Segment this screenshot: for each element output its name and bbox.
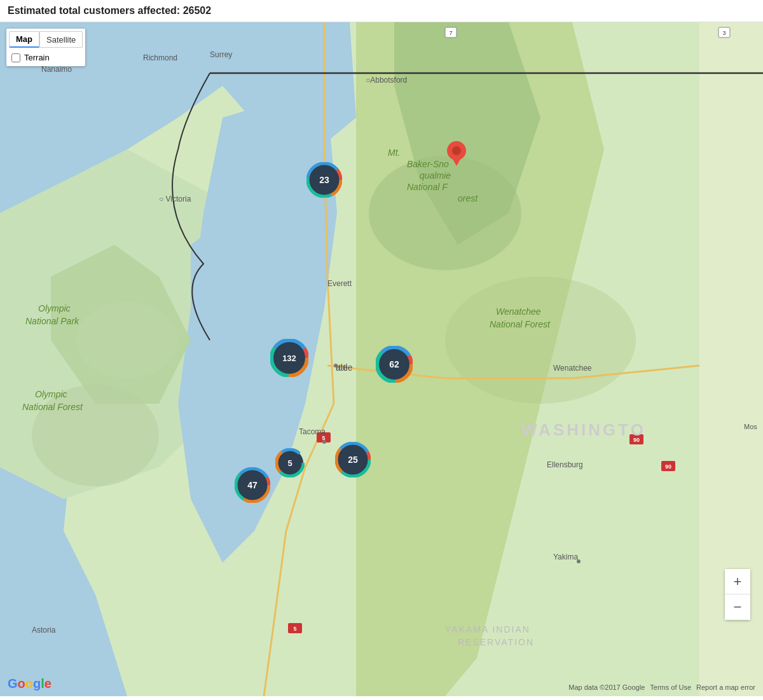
- report-error-link[interactable]: Report a map error: [696, 683, 755, 691]
- svg-point-14: [445, 277, 636, 404]
- cluster-5[interactable]: 5: [275, 448, 305, 480]
- map-attribution: Map data ©2017 Google Terms of Use Repor…: [568, 683, 755, 691]
- svg-text:Mt.: Mt.: [388, 148, 400, 158]
- svg-text:National Forest: National Forest: [22, 402, 83, 412]
- svg-text:RESERVATION: RESERVATION: [458, 637, 534, 647]
- svg-text:5: 5: [287, 458, 292, 468]
- svg-text:YAKAMA INDIAN: YAKAMA INDIAN: [445, 624, 530, 635]
- svg-text:Olympic: Olympic: [35, 389, 67, 399]
- svg-text:orest: orest: [458, 193, 478, 203]
- svg-text:132: 132: [282, 353, 296, 363]
- svg-text:Everett: Everett: [327, 279, 352, 288]
- svg-text:3: 3: [722, 30, 725, 36]
- terrain-label: Terrain: [24, 53, 50, 62]
- svg-text:Ellensburg: Ellensburg: [547, 460, 583, 469]
- svg-text:attle: attle: [336, 362, 353, 373]
- svg-text:7: 7: [449, 30, 452, 36]
- terrain-checkbox-input[interactable]: [11, 53, 20, 62]
- svg-text:25: 25: [348, 455, 358, 465]
- svg-text:62: 62: [389, 359, 399, 369]
- svg-text:Baker-Sno: Baker-Sno: [407, 159, 449, 169]
- zoom-controls: + −: [725, 569, 750, 620]
- svg-text:Olympic: Olympic: [38, 303, 71, 313]
- svg-text:Richmond: Richmond: [143, 53, 177, 62]
- svg-text:qualmie: qualmie: [420, 170, 451, 181]
- terms-link[interactable]: Terms of Use: [650, 683, 691, 691]
- svg-text:Tacoma: Tacoma: [299, 427, 326, 436]
- cluster-132[interactable]: 132: [270, 339, 308, 380]
- svg-text:90: 90: [665, 463, 671, 470]
- svg-marker-116: [451, 157, 462, 166]
- svg-text:National F: National F: [407, 182, 448, 192]
- terrain-checkbox-label[interactable]: Terrain: [9, 51, 83, 64]
- svg-text:○ Victoria: ○ Victoria: [159, 195, 191, 203]
- svg-text:47: 47: [247, 480, 258, 490]
- svg-text:Wenatchee: Wenatchee: [496, 306, 541, 317]
- svg-point-11: [76, 302, 178, 378]
- svg-text:○Abbotsford: ○Abbotsford: [366, 76, 407, 85]
- svg-text:National Park: National Park: [25, 316, 79, 326]
- page-header: Estimated total customers affected: 2650…: [0, 0, 763, 22]
- svg-text:Yakima: Yakima: [553, 552, 578, 561]
- svg-text:Nanaimo: Nanaimo: [41, 65, 72, 74]
- svg-point-115: [452, 146, 461, 155]
- google-logo-text: G: [8, 676, 18, 691]
- satellite-button[interactable]: Satellite: [39, 31, 83, 48]
- cluster-47[interactable]: 47: [235, 467, 270, 505]
- customer-count: 26502: [183, 5, 212, 16]
- map-type-buttons: Map Satellite: [9, 31, 83, 48]
- location-pin[interactable]: [446, 141, 467, 168]
- cluster-25[interactable]: 25: [335, 442, 371, 480]
- header-text: Estimated total customers affected:: [8, 5, 183, 16]
- svg-text:Wenatchee: Wenatchee: [553, 364, 592, 373]
- map-container: 5 5 90 90 7 3 Nanaimo Richmond Surrey ○A…: [0, 22, 763, 696]
- svg-point-66: [577, 559, 581, 563]
- svg-text:Mos: Mos: [744, 423, 757, 430]
- map-data-text: Map data ©2017 Google: [568, 683, 645, 691]
- map-type-control: Map Satellite Terrain: [6, 29, 85, 66]
- svg-point-55: [322, 440, 326, 444]
- cluster-23[interactable]: 23: [306, 162, 342, 200]
- svg-text:WASHINGTO: WASHINGTO: [521, 420, 646, 439]
- svg-text:National Forest: National Forest: [490, 319, 551, 329]
- cluster-62[interactable]: 62: [376, 346, 413, 385]
- zoom-in-button[interactable]: +: [725, 569, 750, 594]
- map-button[interactable]: Map: [9, 31, 39, 48]
- svg-text:23: 23: [319, 175, 329, 185]
- svg-text:Surrey: Surrey: [210, 50, 232, 59]
- svg-point-12: [32, 385, 159, 486]
- zoom-out-button[interactable]: −: [725, 594, 750, 620]
- google-logo: Google: [8, 676, 52, 691]
- svg-text:Astoria: Astoria: [32, 626, 56, 635]
- svg-text:5: 5: [293, 626, 296, 632]
